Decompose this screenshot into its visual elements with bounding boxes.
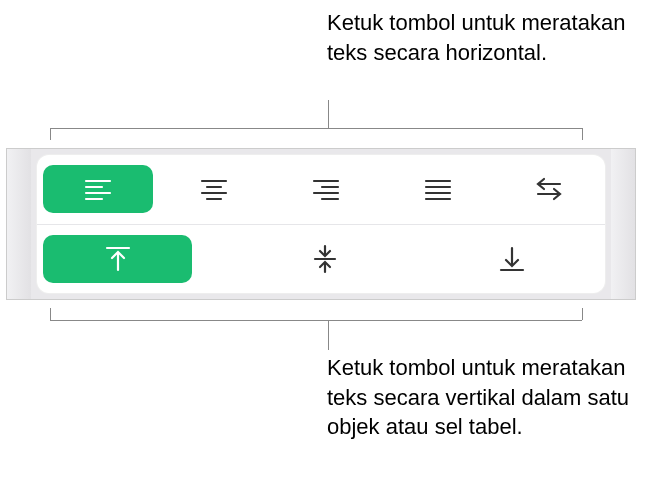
- leader-line: [50, 128, 51, 140]
- valign-top-button[interactable]: [43, 235, 192, 283]
- leader-line: [50, 320, 582, 321]
- valign-middle-button[interactable]: [232, 232, 418, 286]
- leader-line: [582, 128, 583, 140]
- text-direction-icon: [534, 176, 564, 202]
- leader-line: [582, 308, 583, 320]
- align-justify-icon: [424, 177, 452, 201]
- valign-bottom-icon: [499, 245, 525, 273]
- horizontal-align-row: [37, 155, 605, 224]
- callout-vertical-align: Ketuk tombol untuk meratakan teks secara…: [327, 353, 646, 442]
- text-direction-button[interactable]: [493, 162, 605, 216]
- valign-top-icon: [105, 245, 131, 273]
- panel-handle-left: [7, 149, 31, 299]
- align-left-icon: [84, 177, 112, 201]
- align-justify-button[interactable]: [382, 162, 494, 216]
- valign-bottom-button[interactable]: [419, 232, 605, 286]
- leader-line: [328, 320, 329, 350]
- panel-handle-right: [611, 149, 635, 299]
- align-left-button[interactable]: [43, 165, 153, 213]
- alignment-panel: [6, 148, 636, 300]
- leader-line: [328, 100, 329, 128]
- alignment-control-group: [37, 155, 605, 293]
- valign-middle-icon: [312, 244, 338, 274]
- align-right-button[interactable]: [270, 162, 382, 216]
- align-right-icon: [312, 177, 340, 201]
- align-center-icon: [200, 177, 228, 201]
- align-center-button[interactable]: [159, 162, 271, 216]
- vertical-align-row: [37, 224, 605, 294]
- leader-line: [50, 308, 51, 320]
- leader-line: [50, 128, 582, 129]
- callout-horizontal-align: Ketuk tombol untuk meratakan teks secara…: [327, 8, 646, 67]
